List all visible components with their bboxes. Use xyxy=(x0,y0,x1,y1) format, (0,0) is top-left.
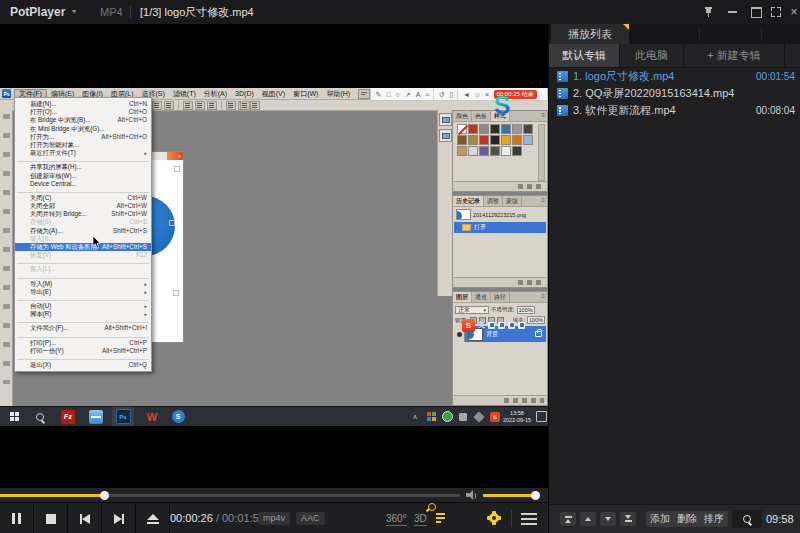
delete-button[interactable]: 删除 xyxy=(673,511,701,527)
wps-icon: W xyxy=(147,411,157,423)
vr-360-button[interactable]: 360° xyxy=(386,503,407,533)
recorder-tool-icon: ψ xyxy=(472,89,482,100)
ps-collapsed-panels xyxy=(437,110,452,296)
ps-file-menu-item: 打印(P)... Ctrl+P xyxy=(15,339,151,347)
menu-button[interactable] xyxy=(521,513,537,515)
ps-file-menu-item: 共享我的屏幕(H)... xyxy=(15,163,151,171)
playlist-panel: 播放列表 默认专辑此电脑+ 新建专辑 1. logo尺寸修改.mp4 00:01… xyxy=(548,24,800,533)
video-content-photoshop: Ps 文件(F)编辑(E)图像(I)图层(L)选择(S)滤镜(T)分析(A)3D… xyxy=(0,88,548,425)
close-icon: × xyxy=(790,6,797,18)
history-panel-tabs: 历史记录调整蒙版 ≡ xyxy=(453,196,547,207)
ps-file-menu-item xyxy=(17,158,149,162)
stop-button[interactable] xyxy=(34,503,68,533)
snapshot-thumbnail xyxy=(456,209,471,220)
ps-file-menu-item: 置入(L)... xyxy=(15,265,151,273)
video-file-icon xyxy=(557,71,568,82)
move-up-button[interactable] xyxy=(580,512,596,526)
tray-icon-3 xyxy=(456,407,470,426)
minimize-button[interactable] xyxy=(722,0,742,24)
ps-file-menu: 新建(N)... Ctrl+N 打开(O)... Ctrl+O 在 Bridge… xyxy=(14,97,152,372)
ps-file-menu-item: 关闭全部 Alt+Ctrl+W xyxy=(15,202,151,210)
seek-handle[interactable] xyxy=(100,491,109,500)
volume-slider[interactable] xyxy=(483,494,537,497)
style-swatch xyxy=(501,135,511,145)
taskbar-app-wps: W xyxy=(142,407,162,426)
video-codec-badge: mp4v xyxy=(258,512,290,525)
style-swatch xyxy=(523,124,533,134)
panel-icon xyxy=(439,113,452,126)
sort-button[interactable]: 排序 xyxy=(700,511,728,527)
close-button[interactable]: × xyxy=(784,0,800,24)
panel-tab: 蒙版 xyxy=(503,196,522,206)
tab-playlist[interactable]: 播放列表 xyxy=(551,24,629,44)
filezilla-icon: Fz xyxy=(61,410,75,424)
playlist-item[interactable]: 3. 软件更新流程.mp4 00:08:04 xyxy=(549,102,800,119)
recorder-tool-icon: ✎ xyxy=(373,89,384,100)
move-down-button[interactable] xyxy=(600,512,616,526)
bridge-icon xyxy=(358,89,370,99)
style-swatch xyxy=(479,146,489,156)
titlebar[interactable]: PotPlayer ▾ MP4 [1/3] logo尺寸修改.mp4 × xyxy=(0,0,800,25)
document-close-icon: × xyxy=(167,152,183,160)
align-icon xyxy=(164,101,174,110)
next-button[interactable] xyxy=(102,503,136,533)
panel-icon xyxy=(439,129,452,142)
playlist-tabbar: 播放列表 xyxy=(549,24,800,44)
move-top-button[interactable] xyxy=(560,512,576,526)
recorder-tool-icon: × xyxy=(482,89,491,100)
logo-image xyxy=(151,196,175,256)
ps-file-menu-item xyxy=(17,334,149,338)
auto-align-icon xyxy=(240,101,250,110)
maximize-icon xyxy=(751,7,762,18)
album-tab[interactable]: 此电脑 xyxy=(620,44,684,67)
style-swatch xyxy=(457,124,467,134)
titlebar-divider xyxy=(130,6,131,18)
watermark-logo: S xyxy=(494,92,511,118)
video-display[interactable]: Ps 文件(F)编辑(E)图像(I)图层(L)选择(S)滤镜(T)分析(A)3D… xyxy=(0,24,548,488)
taskbar-app-browser: S xyxy=(168,407,188,426)
fullscreen-button[interactable] xyxy=(766,0,786,24)
explorer-icon xyxy=(89,410,103,424)
previous-button[interactable] xyxy=(68,503,102,533)
volume-icon[interactable] xyxy=(466,490,478,500)
tray-green-icon xyxy=(442,411,453,422)
album-tab[interactable]: + 新建专辑 xyxy=(684,44,785,67)
move-bottom-button[interactable] xyxy=(620,512,636,526)
ps-file-menu-item: 在 Mini Bridge 中浏览(G)... xyxy=(15,125,151,133)
maximize-button[interactable] xyxy=(746,0,766,24)
playlist-item[interactable]: 2. QQ录屏20220915163414.mp4 xyxy=(549,85,800,102)
recorder-toolbar: ✎□○↗A≈↺▯◄ψ× 00:00:25 结束 xyxy=(370,88,548,101)
playlist-search-box[interactable] xyxy=(732,510,762,528)
ps-file-menu-item: 打开为... Alt+Shift+Ctrl+O xyxy=(15,133,151,141)
open-button[interactable] xyxy=(136,503,170,533)
style-swatch xyxy=(512,135,522,145)
ime-toolbox-icon xyxy=(518,322,525,329)
ps-file-menu-item xyxy=(17,275,149,279)
history-snapshot: 20141129223215.png xyxy=(456,209,526,220)
playlist-item[interactable]: 1. logo尺寸修改.mp4 00:01:54 xyxy=(549,68,800,85)
ps-menu-item: 3D(D) xyxy=(231,89,258,99)
taskbar-app-photoshop-active: Ps xyxy=(112,407,134,426)
style-swatch xyxy=(512,124,522,134)
volume-handle[interactable] xyxy=(531,491,540,500)
pin-button[interactable] xyxy=(698,0,718,24)
recorder-tool-icon: ◄ xyxy=(460,89,472,100)
browser-icon: S xyxy=(172,410,185,423)
stop-icon xyxy=(46,514,56,524)
ime-logo-icon: S xyxy=(462,319,475,332)
album-tab[interactable]: 默认专辑 xyxy=(549,44,620,67)
align-icon xyxy=(207,101,217,110)
ps-file-menu-item: 在 Bridge 中浏览(B)... Alt+Ctrl+O xyxy=(15,116,151,124)
style-swatch xyxy=(468,135,478,145)
app-menu-button[interactable]: PotPlayer xyxy=(10,0,65,24)
seek-bar[interactable] xyxy=(0,494,460,497)
add-button[interactable]: 添加 xyxy=(646,511,674,527)
history-step-selected: 打开 xyxy=(454,222,546,233)
ps-layers-panel: 图层通道路径 ≡ 正常 不透明度: 100% 锁定: 填充: 100% xyxy=(452,291,548,406)
notification-icon xyxy=(536,411,547,422)
tray-expand: ∧ xyxy=(408,407,422,426)
pause-button[interactable] xyxy=(0,503,34,533)
search-icon xyxy=(36,413,44,421)
distribute-icon xyxy=(250,101,260,110)
mode-3d-button[interactable]: 3D xyxy=(414,503,427,533)
